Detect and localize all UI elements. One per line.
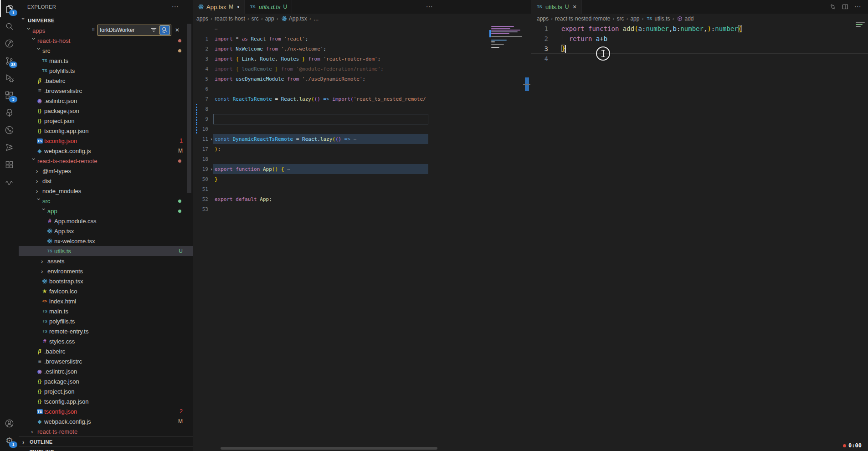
tree-item-tsconfig.app.json[interactable]: {}tsconfig.app.json [19, 396, 193, 406]
tree-item-remote-entry.ts[interactable]: TSremote-entry.ts [19, 326, 193, 336]
code-line-6: 6 [193, 84, 531, 94]
tree-item-project.json[interactable]: {}project.json [19, 116, 193, 126]
tree-item-.browserslistrc[interactable]: ≡.browserslistrc [19, 86, 193, 96]
breadcrumb-item[interactable]: add [676, 15, 693, 22]
sidebar-more-actions-button[interactable]: ⋯ [170, 2, 180, 12]
babel-icon: β [36, 348, 43, 354]
activity-bar-item-source-control[interactable]: 38 [0, 52, 19, 69]
filter-input[interactable] [98, 27, 149, 33]
react-icon [281, 15, 288, 22]
breadcrumb-item[interactable]: App.tsx [281, 15, 307, 22]
line-content: return a+b [561, 35, 607, 42]
tree-item-@mf-types[interactable]: ›@mf-types [19, 166, 193, 176]
code-editor-utils-ts[interactable]: 1export function add(a:number,b:number,)… [531, 24, 868, 451]
tree-item-.babelrc[interactable]: β.babelrc [19, 76, 193, 86]
tree-item-index.html[interactable]: <>index.html [19, 296, 193, 306]
webpack-icon: ◈ [36, 148, 43, 154]
tree-item-label: App.tsx [54, 228, 74, 235]
filter-icon[interactable] [149, 26, 159, 35]
minimap-line [491, 28, 510, 29]
tree-item-react-ts-nested-remote[interactable]: ›react-ts-nested-remote [19, 156, 193, 166]
tree-item-environments[interactable]: ›environments [19, 266, 193, 276]
code-editor-app-tsx[interactable]: ⋯1import * as React from 'react';2import… [193, 24, 531, 451]
breadcrumb-item[interactable]: TSutils.ts [646, 15, 670, 22]
code-line-2: 2import NxWelcome from './nx-welcome'; [193, 44, 531, 54]
activity-bar-item-circle-node[interactable] [0, 121, 19, 138]
tree-item-dist[interactable]: ›dist [19, 176, 193, 186]
tree-item-App.tsx[interactable]: App.tsx [19, 226, 193, 236]
outline-panel-header[interactable]: › OUTLINE [19, 436, 193, 447]
activity-bar-item-tree[interactable] [0, 104, 19, 121]
tree-item-node_modules[interactable]: ›node_modules [19, 186, 193, 196]
breadcrumb-item[interactable]: apps [196, 15, 208, 22]
tree-item-main.ts[interactable]: TSmain.ts [19, 306, 193, 316]
activity-bar-item-kite[interactable] [0, 138, 19, 156]
workspace-section-header[interactable]: › UNIVERSE [21, 15, 55, 26]
tree-item-utils.ts[interactable]: TSutils.tsU [19, 246, 193, 256]
tree-item-.eslintrc.json[interactable]: ◉.eslintrc.json [19, 96, 193, 106]
activity-bar-item-search[interactable] [0, 17, 19, 35]
timeline-panel-header[interactable]: › TIMELINE [19, 446, 193, 451]
close-icon[interactable]: ✕ [173, 26, 181, 34]
drag-grip-icon[interactable]: ⠿ [92, 26, 97, 34]
tree-item-package.json[interactable]: {}package.json [19, 106, 193, 116]
activity-bar-item-files[interactable]: 1 [0, 0, 19, 17]
split-icon[interactable] [840, 2, 850, 12]
overview-ruler-divider [523, 84, 530, 85]
babel-icon: β [36, 77, 43, 84]
chevron-right-icon: › [626, 15, 628, 22]
activity-bar-item-gear[interactable]: ⚙1 [0, 432, 19, 449]
tree-item-label: tsconfig.json [44, 138, 77, 144]
breadcrumb-item[interactable]: react-ts-nested-remote [555, 15, 610, 22]
tree-item-.browserslistrc[interactable]: ≡.browserslistrc [19, 356, 193, 366]
activity-bar-item-circle-graph[interactable] [0, 35, 19, 52]
breadcrumb-item[interactable]: app [630, 15, 639, 22]
tree-item-tsconfig.json[interactable]: TStsconfig.json2 [19, 406, 193, 416]
activity-bar-item-account[interactable] [0, 415, 19, 432]
tree-item-main.ts[interactable]: TSmain.ts [19, 56, 193, 66]
tree-item-styles.css[interactable]: #styles.css [19, 336, 193, 346]
tree-item-favicon.ico[interactable]: ★favicon.ico [19, 286, 193, 296]
tree-item-react-ts-remote[interactable]: ›react-ts-remote [19, 426, 193, 436]
tree-item-package.json[interactable]: {}package.json [19, 376, 193, 386]
activity-bar-item-grid[interactable] [0, 156, 19, 173]
breadcrumb-item[interactable]: src [252, 15, 259, 22]
tree-item-App.module.css[interactable]: #App.module.css [19, 216, 193, 226]
sidebar-scrollbar[interactable] [187, 24, 191, 193]
tree-item-webpack.config.js[interactable]: ◈webpack.config.jsM [19, 146, 193, 156]
line-number: 2 [531, 35, 548, 42]
tree-item-nx-welcome.tsx[interactable]: nx-welcome.tsx [19, 236, 193, 246]
activity-bar-item-pulse[interactable] [0, 173, 19, 190]
more-icon[interactable]: ⋯ [853, 2, 863, 12]
tree-item-assets[interactable]: ›assets [19, 256, 193, 266]
tree-item-.babelrc[interactable]: β.babelrc [19, 346, 193, 356]
breadcrumb-item[interactable]: apps [537, 15, 549, 22]
tree-item-webpack.config.js[interactable]: ◈webpack.config.jsM [19, 416, 193, 426]
tab-utils.ts[interactable]: TSutils.tsU✕ [531, 0, 582, 14]
tree-item-src[interactable]: ›src [19, 196, 193, 206]
tab-App.tsx[interactable]: App.tsxM● [193, 0, 245, 14]
tree-item-polyfills.ts[interactable]: TSpolyfills.ts [19, 316, 193, 326]
activity-bar-item-debug[interactable] [0, 69, 19, 87]
tree-item-bootstrap.tsx[interactable]: bootstrap.tsx [19, 276, 193, 286]
typescript-icon: TS [646, 16, 653, 21]
breadcrumb-item[interactable]: src [616, 15, 624, 22]
more-actions-icon[interactable]: ⋯ [424, 2, 434, 12]
swap-icon[interactable] [828, 2, 838, 12]
activity-bar-item-extensions[interactable]: 3 [0, 87, 19, 104]
tab-utils.d.ts[interactable]: TSutils.d.tsU [245, 0, 292, 14]
tree-item-polyfills.ts[interactable]: TSpolyfills.ts [19, 66, 193, 76]
breadcrumb-item[interactable]: … [313, 15, 319, 22]
close-icon[interactable]: ✕ [573, 4, 577, 10]
tree-item-app[interactable]: ›app [19, 206, 193, 216]
tree-item-tsconfig.json[interactable]: TStsconfig.json1 [19, 136, 193, 146]
tree-item-tsconfig.app.json[interactable]: {}tsconfig.app.json [19, 126, 193, 136]
tree-item-react-ts-host[interactable]: ›react-ts-host [19, 36, 193, 46]
tree-item-project.json[interactable]: {}project.json [19, 386, 193, 396]
tree-item-src[interactable]: ›src [19, 46, 193, 56]
breadcrumb-item[interactable]: app [265, 15, 274, 22]
fuzzy-search-button[interactable] [159, 25, 170, 35]
breadcrumb-item[interactable]: react-ts-host [215, 15, 245, 22]
tree-item-.eslintrc.json[interactable]: ◉.eslintrc.json [19, 366, 193, 376]
horizontal-scrollbar[interactable] [221, 447, 437, 450]
